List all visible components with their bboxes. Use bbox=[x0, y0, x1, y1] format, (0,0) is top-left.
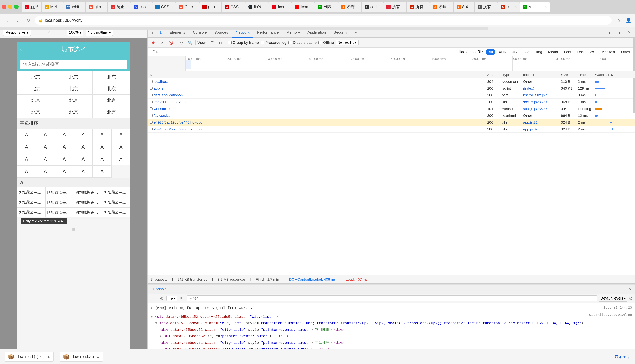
console-eye-button[interactable]: 👁 bbox=[178, 295, 186, 302]
alpha-cell[interactable]: A bbox=[17, 165, 36, 178]
city-list-item[interactable]: 阿坝藏族羌族自... bbox=[102, 197, 130, 207]
alpha-cell[interactable]: A bbox=[55, 128, 74, 141]
new-tab-button[interactable]: + bbox=[550, 3, 558, 10]
tab-gitp[interactable]: G gitp... bbox=[86, 2, 107, 12]
network-row-info[interactable]: info?t=1565535790225 200 xhr sockjs.js?3… bbox=[148, 99, 635, 106]
row-checkbox[interactable] bbox=[150, 100, 152, 103]
console-clear-button[interactable]: ⊘ bbox=[158, 295, 165, 302]
alpha-cell[interactable]: A bbox=[92, 165, 112, 178]
filter-tab-img[interactable]: Img bbox=[534, 49, 545, 55]
col-header-name[interactable]: Name bbox=[150, 73, 487, 77]
viewport-more-button[interactable]: ⋮ bbox=[140, 30, 144, 35]
row-checkbox[interactable] bbox=[150, 87, 152, 90]
console-log-ref-1[interactable]: log.js?4244:23 bbox=[604, 305, 632, 310]
console-filter-input[interactable] bbox=[187, 296, 597, 302]
tab-mel[interactable]: M Mel... bbox=[42, 2, 63, 12]
tab-css3[interactable]: C CSS... bbox=[222, 2, 245, 12]
row-checkbox[interactable] bbox=[150, 114, 152, 117]
filter-tab-font[interactable]: Font bbox=[561, 49, 574, 55]
filter-button[interactable]: ▽ bbox=[178, 39, 185, 46]
list-view-button[interactable]: ☰ bbox=[209, 39, 216, 46]
city-list-item[interactable]: 阿坝藏族羌族自... bbox=[102, 207, 130, 217]
city-search-input[interactable] bbox=[20, 60, 128, 69]
forward-button[interactable]: › bbox=[14, 16, 22, 24]
console-log-ref-2[interactable]: city-list.vue?0a0f:95 bbox=[589, 312, 632, 318]
city-cell[interactable]: 北京 bbox=[17, 106, 55, 118]
filter-tab-js[interactable]: JS bbox=[510, 49, 519, 55]
tab-all2[interactable]: G 所有... bbox=[407, 2, 430, 12]
viewport-height-input[interactable]: 748 bbox=[52, 30, 65, 34]
tab-css1[interactable]: C css... bbox=[131, 2, 152, 12]
download-item-2[interactable]: 📦 download.zip ▲ bbox=[60, 352, 103, 362]
alpha-cell[interactable]: A bbox=[74, 128, 92, 141]
tab-linye[interactable]: G linYe... bbox=[245, 2, 269, 12]
search-button[interactable]: 🔍 bbox=[187, 39, 194, 46]
alpha-cell[interactable]: A bbox=[36, 141, 55, 153]
profile-icon[interactable]: 👤 bbox=[625, 17, 632, 24]
city-list-item[interactable]: 阿坝藏族羌族自... bbox=[45, 197, 74, 207]
col-header-type[interactable]: Type bbox=[502, 73, 523, 77]
tab-no[interactable]: c 没有... bbox=[474, 2, 498, 12]
alpha-cell[interactable]: A bbox=[74, 153, 92, 165]
city-cell[interactable]: 北京 bbox=[17, 83, 55, 94]
alpha-cell[interactable]: A bbox=[74, 141, 92, 153]
city-list-item[interactable]: 阿坝藏族羌族自... bbox=[74, 207, 102, 217]
row-checkbox[interactable] bbox=[150, 107, 152, 110]
filter-tab-manifest[interactable]: Manifest bbox=[599, 49, 618, 55]
network-row-appjs[interactable]: app.js 200 script (index) 840 KB 129 ms bbox=[148, 85, 635, 92]
network-row-20e4b5[interactable]: 20e4b5334775dea5f007.hot-u... 200 xhr ap… bbox=[148, 126, 635, 133]
filter-tab-media[interactable]: Media bbox=[546, 49, 560, 55]
city-cell[interactable]: 北京 bbox=[92, 94, 130, 106]
disable-cache-checkbox[interactable] bbox=[288, 41, 292, 44]
tab-close-vlist[interactable]: ✕ bbox=[544, 5, 547, 9]
offline-checkbox[interactable] bbox=[318, 41, 322, 44]
tab-icon1[interactable]: I Icon... bbox=[269, 2, 292, 12]
tab-icon2[interactable]: I Icon... bbox=[292, 2, 314, 12]
alpha-cell[interactable]: A bbox=[112, 141, 130, 153]
filter-tab-other[interactable]: Other bbox=[618, 49, 633, 55]
preserve-log-checkbox[interactable] bbox=[261, 41, 264, 44]
alpha-cell[interactable]: A bbox=[36, 153, 55, 165]
devtools-settings-button[interactable]: ⋮ bbox=[606, 28, 614, 36]
alpha-cell[interactable]: A bbox=[92, 128, 112, 141]
viewport-width-input[interactable]: 478 bbox=[33, 30, 46, 34]
alpha-cell[interactable]: A bbox=[112, 153, 130, 165]
network-row-e4935f[interactable]: e4935f8ab19cbfde445.hot-upd... 200 xhr a… bbox=[148, 119, 635, 126]
tab-moke1[interactable]: 摹 摹课... bbox=[338, 2, 361, 12]
tab-all1[interactable]: G 所有... bbox=[384, 2, 406, 12]
filter-tab-all[interactable]: All bbox=[486, 49, 495, 55]
col-header-time[interactable]: Time bbox=[578, 73, 595, 77]
alpha-cell[interactable]: A bbox=[112, 128, 130, 141]
tab-close-c[interactable]: ✕ bbox=[514, 5, 517, 9]
tab-c[interactable]: G c... ✕ bbox=[498, 2, 520, 12]
row-checkbox[interactable] bbox=[150, 94, 152, 96]
tab-xinlang[interactable]: S 新浪 bbox=[22, 2, 41, 12]
hide-data-urls-checkbox[interactable] bbox=[454, 51, 456, 53]
col-header-status[interactable]: Status bbox=[487, 73, 502, 77]
fullscreen-button[interactable] bbox=[14, 4, 18, 9]
back-button[interactable]: ‹ bbox=[3, 16, 11, 24]
alpha-cell[interactable]: A bbox=[17, 128, 36, 141]
alpha-cell[interactable]: A bbox=[74, 165, 92, 178]
console-context-selector[interactable]: top ▾ bbox=[166, 296, 177, 301]
city-cell[interactable]: 北京 bbox=[55, 83, 92, 94]
tab-gitc[interactable]: G Git c... bbox=[176, 2, 199, 12]
network-row-favicon[interactable]: favicon.ico 200 text/html Other 664 B 12… bbox=[148, 112, 635, 119]
console-levels-selector[interactable]: Default levels ▾ bbox=[599, 295, 628, 302]
group-by-frame-checkbox[interactable] bbox=[228, 41, 232, 44]
city-list-item[interactable]: 阿坝藏族羌族自... bbox=[17, 197, 45, 207]
city-cell[interactable]: 北京 bbox=[92, 83, 130, 94]
city-cell[interactable]: 北京 bbox=[55, 94, 92, 106]
alpha-cell[interactable]: A bbox=[55, 153, 74, 165]
hide-data-urls-option[interactable]: Hide data URLs bbox=[454, 50, 484, 54]
alpha-cell[interactable]: A bbox=[92, 153, 112, 165]
filter-tab-xhr[interactable]: XHR bbox=[496, 49, 509, 55]
console-settings-button[interactable]: ⋮ bbox=[150, 295, 157, 302]
group-view-button[interactable]: ⊟ bbox=[217, 39, 224, 46]
col-header-initiator[interactable]: Initiator bbox=[523, 73, 561, 77]
console-close-button[interactable]: ✕ bbox=[627, 286, 634, 293]
city-list-item[interactable]: 阿坝藏族羌族自... bbox=[17, 207, 45, 217]
alpha-cell[interactable]: A bbox=[17, 141, 36, 153]
alpha-cell[interactable]: A bbox=[17, 153, 36, 165]
address-bar[interactable]: 🔒 localhost:8080/#/city bbox=[35, 16, 612, 24]
